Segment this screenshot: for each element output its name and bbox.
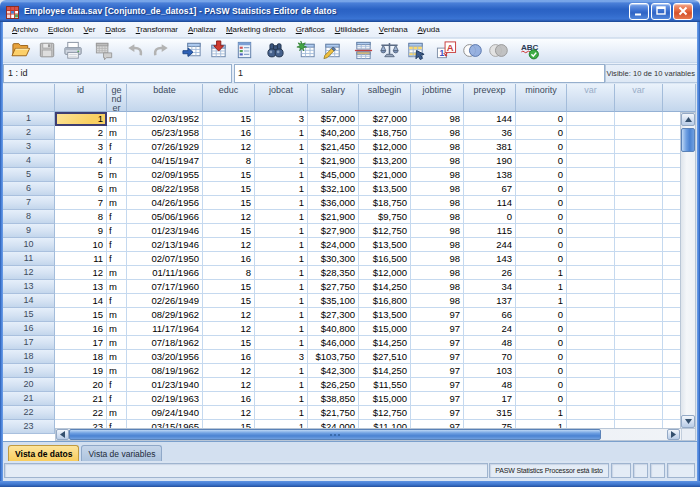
data-cell[interactable]: 138 — [464, 168, 516, 182]
data-cell[interactable]: 1 — [255, 196, 308, 210]
data-cell[interactable]: 21 — [55, 392, 107, 406]
data-cell[interactable]: m — [107, 280, 127, 294]
row-header-9[interactable]: 9 — [3, 224, 55, 238]
selected-cell[interactable]: 1 — [55, 112, 107, 126]
data-cell[interactable] — [615, 364, 663, 378]
data-cell[interactable]: 7 — [55, 196, 107, 210]
data-cell[interactable]: 97 — [411, 308, 464, 322]
data-cell[interactable]: 190 — [464, 154, 516, 168]
minimize-button[interactable] — [629, 3, 649, 20]
data-cell[interactable]: 04/26/1956 — [127, 196, 203, 210]
data-cell[interactable] — [567, 322, 615, 336]
data-cell[interactable]: 1 — [516, 280, 567, 294]
data-cell[interactable]: 98 — [411, 252, 464, 266]
data-cell[interactable]: 97 — [411, 392, 464, 406]
row-header-1[interactable]: 1 — [3, 112, 55, 126]
data-cell[interactable]: $21,000 — [359, 168, 411, 182]
row-header-12[interactable]: 12 — [3, 266, 55, 280]
data-cell[interactable]: 98 — [411, 238, 464, 252]
data-cell[interactable] — [615, 210, 663, 224]
data-cell[interactable]: 0 — [516, 364, 567, 378]
data-cell[interactable] — [615, 294, 663, 308]
data-cell[interactable] — [567, 252, 615, 266]
data-cell[interactable]: 97 — [411, 364, 464, 378]
data-cell[interactable]: $26,250 — [308, 378, 359, 392]
menu-item-transformar[interactable]: Transformar — [131, 23, 183, 37]
data-cell[interactable]: 1 — [255, 182, 308, 196]
data-cell[interactable]: 05/06/1966 — [127, 210, 203, 224]
row-header-2[interactable]: 2 — [3, 126, 55, 140]
data-cell[interactable]: $24,000 — [308, 238, 359, 252]
data-cell[interactable]: 05/23/1958 — [127, 126, 203, 140]
data-cell[interactable]: 48 — [464, 378, 516, 392]
data-cell[interactable]: 1 — [255, 308, 308, 322]
data-cell[interactable]: $27,300 — [308, 308, 359, 322]
menu-item-archivo[interactable]: Archivo — [7, 23, 43, 37]
data-cell[interactable] — [567, 364, 615, 378]
data-cell[interactable]: m — [107, 182, 127, 196]
menu-item-ver[interactable]: Ver — [79, 23, 101, 37]
data-cell[interactable]: 0 — [516, 210, 567, 224]
data-cell[interactable] — [615, 224, 663, 238]
row-header-13[interactable]: 13 — [3, 280, 55, 294]
row-header-8[interactable]: 8 — [3, 210, 55, 224]
data-cell[interactable]: 98 — [411, 280, 464, 294]
data-cell[interactable]: 5 — [55, 168, 107, 182]
data-cell[interactable]: 15 — [203, 112, 255, 126]
data-cell[interactable]: 48 — [464, 336, 516, 350]
data-cell[interactable]: $27,750 — [308, 280, 359, 294]
data-cell[interactable]: m — [107, 350, 127, 364]
data-cell[interactable]: 01/23/1946 — [127, 224, 203, 238]
horizontal-scrollbar[interactable] — [55, 428, 696, 441]
data-cell[interactable]: $35,100 — [308, 294, 359, 308]
data-cell[interactable]: 1 — [516, 294, 567, 308]
data-cell[interactable] — [567, 406, 615, 420]
data-cell[interactable]: $57,000 — [308, 112, 359, 126]
data-cell[interactable] — [567, 336, 615, 350]
data-cell[interactable]: 0 — [516, 168, 567, 182]
print-button[interactable] — [60, 39, 86, 62]
data-cell[interactable]: m — [107, 112, 127, 126]
data-cell[interactable]: 1 — [255, 154, 308, 168]
data-cell[interactable]: m — [107, 406, 127, 420]
data-cell[interactable] — [615, 308, 663, 322]
row-header-18[interactable]: 18 — [3, 350, 55, 364]
data-cell[interactable] — [567, 182, 615, 196]
row-header-4[interactable]: 4 — [3, 154, 55, 168]
data-cell[interactable]: 10 — [55, 238, 107, 252]
data-cell[interactable]: 0 — [516, 350, 567, 364]
data-cell[interactable]: $16,800 — [359, 294, 411, 308]
data-cell[interactable]: 97 — [411, 322, 464, 336]
use-variable-sets-button[interactable] — [459, 39, 485, 62]
data-cell[interactable]: 0 — [516, 154, 567, 168]
column-header-var1[interactable]: var — [567, 84, 615, 112]
data-cell[interactable]: 12 — [203, 308, 255, 322]
data-cell[interactable]: 0 — [516, 112, 567, 126]
data-cell[interactable]: 12 — [203, 364, 255, 378]
data-cell[interactable]: 0 — [516, 196, 567, 210]
data-cell[interactable] — [567, 112, 615, 126]
data-cell[interactable]: f — [107, 154, 127, 168]
row-header-14[interactable]: 14 — [3, 294, 55, 308]
data-cell[interactable]: 143 — [464, 252, 516, 266]
data-cell[interactable]: 02/13/1946 — [127, 238, 203, 252]
data-cell[interactable] — [567, 140, 615, 154]
data-cell[interactable] — [615, 112, 663, 126]
row-header-16[interactable]: 16 — [3, 322, 55, 336]
column-header-gender[interactable]: ge nd er — [107, 84, 127, 112]
data-cell[interactable]: 1 — [255, 378, 308, 392]
data-cell[interactable]: 16 — [203, 126, 255, 140]
data-cell[interactable]: 0 — [516, 140, 567, 154]
data-cell[interactable]: $14,250 — [359, 364, 411, 378]
data-cell[interactable]: 1 — [255, 392, 308, 406]
data-cell[interactable]: m — [107, 168, 127, 182]
data-cell[interactable]: 0 — [516, 308, 567, 322]
data-cell[interactable]: $36,000 — [308, 196, 359, 210]
data-cell[interactable]: $103,750 — [308, 350, 359, 364]
insert-variable-button[interactable] — [319, 39, 345, 62]
data-cell[interactable]: 1 — [255, 322, 308, 336]
open-data-button[interactable] — [8, 39, 34, 62]
data-cell[interactable]: m — [107, 126, 127, 140]
data-cell[interactable]: 98 — [411, 224, 464, 238]
data-cell[interactable]: 0 — [516, 182, 567, 196]
